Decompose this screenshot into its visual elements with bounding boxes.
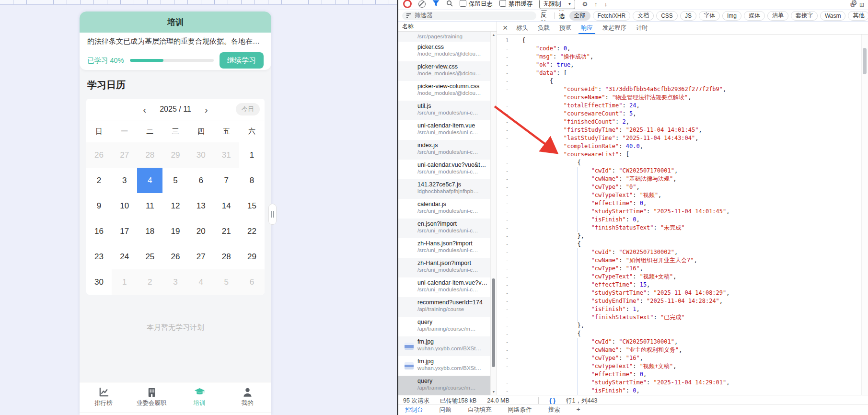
filter-pill-全部[interactable]: 全部 (569, 11, 590, 21)
name-column-header[interactable]: 名称 (398, 22, 497, 32)
calendar-day[interactable]: 27 (112, 142, 137, 168)
request-row[interactable]: picker-view-column.css/node_modules/@dcl… (398, 81, 491, 101)
drawer-tab-问题[interactable]: 问题 (440, 406, 451, 415)
close-icon[interactable]: ✕ (499, 24, 511, 32)
clear-icon[interactable] (418, 0, 426, 8)
filter-pill-媒体[interactable]: 媒体 (744, 11, 765, 21)
resize-handle[interactable] (268, 204, 277, 225)
network-conditions-icon[interactable]: ⚙ (582, 1, 588, 7)
next-month-icon[interactable]: › (205, 104, 208, 115)
calendar-day[interactable]: 13 (188, 193, 214, 219)
calendar-day[interactable]: 17 (112, 219, 137, 244)
calendar-day[interactable]: 23 (86, 244, 112, 269)
disable-cache-checkbox[interactable]: 禁用缓存 (499, 0, 532, 8)
response-tab-发起程序[interactable]: 发起程序 (598, 22, 631, 34)
calendar-day[interactable]: 18 (137, 219, 162, 244)
request-list-scrollbar[interactable]: ▲ ▼ (490, 32, 497, 395)
calendar-day[interactable]: 29 (162, 142, 188, 168)
calendar-day[interactable]: 16 (86, 219, 112, 244)
filter-pill-文档[interactable]: 文档 (633, 11, 654, 21)
response-tab-负载[interactable]: 负载 (533, 22, 555, 34)
filter-pill-Img[interactable]: Img (722, 11, 741, 21)
continue-study-button[interactable]: 继续学习 (220, 52, 264, 69)
calendar-day[interactable]: 2 (137, 269, 162, 295)
search-icon[interactable] (446, 0, 453, 8)
request-row[interactable]: picker-view.css/node_modules/@dclou… (398, 61, 491, 81)
export-har-icon[interactable]: ↓ (604, 1, 608, 7)
calendar-day[interactable]: 12 (162, 193, 188, 219)
calendar-day[interactable]: 7 (214, 168, 239, 193)
calendar-day[interactable]: 30 (188, 142, 214, 168)
response-tab-预览[interactable]: 预览 (555, 22, 576, 34)
filter-icon[interactable] (432, 0, 440, 8)
calendar-day[interactable]: 1 (239, 142, 265, 168)
calendar-day[interactable]: 8 (239, 168, 265, 193)
calendar-day[interactable]: 29 (239, 244, 265, 269)
calendar-day[interactable]: 21 (214, 219, 239, 244)
drawer-tab-网络条件[interactable]: 网络条件 (508, 406, 532, 415)
filter-pill-清单[interactable]: 清单 (767, 11, 788, 21)
throttling-select[interactable]: 无限制▼ (539, 0, 575, 9)
request-row[interactable]: en.json?import/src/uni_modules/uni-c… (398, 219, 491, 238)
request-row[interactable]: query/api/training/course/m… (398, 317, 491, 336)
filter-pill-Fetch/XHR[interactable]: Fetch/XHR (593, 11, 631, 21)
request-row[interactable]: /src/pages/training (398, 32, 491, 42)
calendar-day[interactable]: 14 (214, 193, 239, 219)
response-scrollbar[interactable] (861, 35, 868, 395)
calendar-day[interactable]: 22 (239, 219, 265, 244)
filter-pill-字体[interactable]: 字体 (699, 11, 720, 21)
calendar-day[interactable]: 24 (112, 244, 137, 269)
dock-icon[interactable]: ⧉ (850, 1, 855, 8)
calendar-day[interactable]: 15 (239, 193, 265, 219)
scroll-down-icon[interactable]: ▼ (491, 390, 497, 393)
prev-month-icon[interactable]: ‹ (143, 104, 146, 115)
calendar-day[interactable]: 6 (239, 269, 265, 295)
request-row[interactable]: index.js/src/uni_modules/uni-c… (398, 140, 491, 160)
calendar-day[interactable]: 28 (137, 142, 162, 168)
request-row[interactable]: fm.jpgwuhan.yxybb.com/BXSt… (398, 336, 491, 356)
calendar-day[interactable]: 25 (137, 244, 162, 269)
calendar-day[interactable]: 9 (86, 193, 112, 219)
record-icon[interactable] (403, 0, 412, 8)
request-row[interactable]: picker.css/node_modules/@dclou… (398, 42, 491, 61)
calendar-day[interactable]: 4 (188, 269, 214, 295)
calendar-day[interactable]: 1 (112, 269, 137, 295)
request-row[interactable]: zh-Hant.json?import/src/uni_modules/uni-… (398, 258, 491, 277)
calendar-day[interactable]: 6 (188, 168, 214, 193)
preserve-log-checkbox[interactable]: 保留日志 (460, 0, 493, 8)
tabbar-item-培训[interactable]: 培训 (175, 382, 223, 411)
request-row-selected[interactable]: query/api/training/course/m… (398, 376, 491, 395)
scroll-up-icon[interactable]: ▲ (491, 33, 497, 36)
response-tab-标头[interactable]: 标头 (511, 22, 533, 34)
calendar-day[interactable]: 20 (188, 219, 214, 244)
request-row[interactable]: fm.jpgwuhan.yxybb.com/BXSt… (398, 356, 491, 376)
calendar-day[interactable]: 26 (86, 142, 112, 168)
drawer-tab-控制台[interactable]: 控制台 (405, 406, 423, 415)
calendar-day[interactable]: 11 (137, 193, 162, 219)
calendar-day[interactable]: 26 (162, 244, 188, 269)
request-row[interactable]: recommend?userId=174/api/training/course (398, 297, 491, 317)
request-row[interactable]: zh-Hans.json?import/src/uni_modules/uni-… (398, 238, 491, 258)
calendar-day[interactable]: 2 (86, 168, 112, 193)
filter-pill-Wasm[interactable]: Wasm (820, 11, 846, 21)
calendar-day[interactable]: 31 (214, 142, 239, 168)
today-button[interactable]: 今日 (236, 103, 260, 115)
calendar-day[interactable]: 5 (162, 168, 188, 193)
request-row[interactable]: util.js/src/uni_modules/uni-c… (398, 101, 491, 120)
drawer-tab-自动填充[interactable]: 自动填充 (468, 406, 492, 415)
calendar-day[interactable]: 30 (86, 269, 112, 295)
filter-pill-CSS[interactable]: CSS (656, 11, 678, 21)
format-json-button[interactable]: { } (549, 397, 556, 404)
more-panels-icon[interactable]: ⊞ (859, 1, 864, 8)
calendar-day[interactable]: 19 (162, 219, 188, 244)
scrollbar-thumb[interactable] (863, 48, 867, 74)
filter-pill-套接字[interactable]: 套接字 (791, 11, 818, 21)
request-row[interactable]: uni-calendar-item.vue?v…/src/uni_modules… (398, 277, 491, 297)
tabbar-item-我的[interactable]: 我的 (223, 382, 271, 411)
calendar-day[interactable]: 28 (214, 244, 239, 269)
response-tab-响应[interactable]: 响应 (576, 22, 598, 34)
import-har-icon[interactable]: ↑ (594, 1, 598, 7)
tabbar-item-排行榜[interactable]: 排行榜 (80, 382, 127, 411)
calendar-day[interactable]: 3 (162, 269, 188, 295)
filter-pill-JS[interactable]: JS (680, 11, 696, 21)
